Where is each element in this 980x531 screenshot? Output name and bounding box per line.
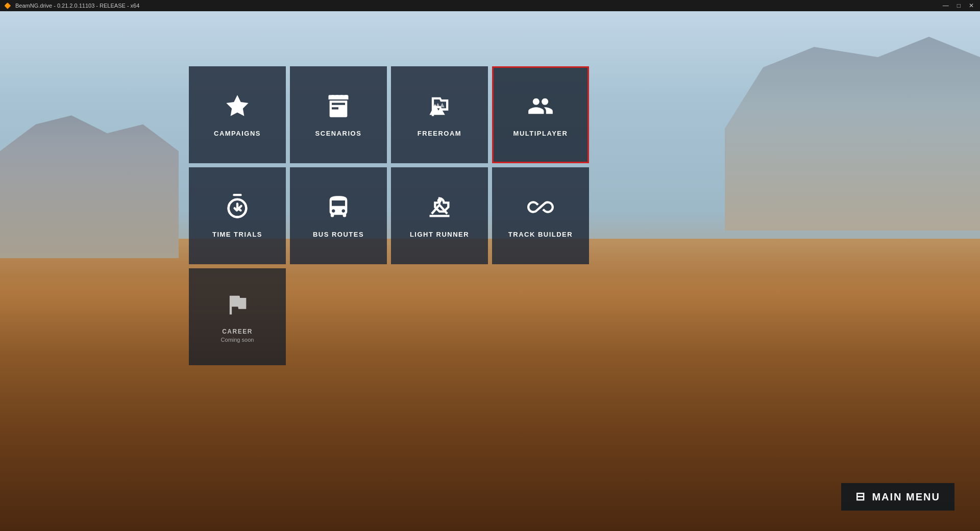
mountain-icon [426, 93, 453, 123]
career-label: Career [222, 328, 253, 335]
timetrials-label: TIME TRIALS [212, 231, 262, 238]
campaigns-label: CAMPAIGNS [214, 130, 261, 137]
menu-item-busroutes[interactable]: BUS ROUTES [290, 167, 387, 264]
menu-item-scenarios[interactable]: SCENARIOS [290, 66, 387, 163]
career-sublabel: Coming soon [221, 337, 254, 343]
window-controls: — □ ✕ [941, 2, 976, 9]
beamng-logo-icon: 🔶 [4, 3, 11, 9]
menu-item-career[interactable]: Career Coming soon [189, 268, 286, 365]
main-menu-label: MAIN MENU [872, 491, 940, 503]
menu-item-campaigns[interactable]: CAMPAIGNS [189, 66, 286, 163]
menu-item-timetrials[interactable]: TIME TRIALS [189, 167, 286, 264]
menu-grid: CAMPAIGNS SCENARIOS FREEROAM MULTIPLAYER… [189, 66, 589, 365]
maximize-button[interactable]: □ [955, 2, 963, 9]
main-menu-button[interactable]: ⊟ MAIN MENU [841, 483, 954, 511]
menu-item-trackbuilder[interactable]: TRACK BUILDER [492, 167, 589, 264]
freeroam-label: FREEROAM [418, 130, 461, 137]
titlebar: 🔶 BeamNG.drive - 0.21.2.0.11103 - RELEAS… [0, 0, 980, 11]
window-title: BeamNG.drive - 0.21.2.0.11103 - RELEASE … [15, 3, 139, 9]
menu-item-freeroam[interactable]: FREEROAM [391, 66, 488, 163]
lightrunner-label: LIGHT RUNNER [410, 231, 469, 238]
star-icon [224, 93, 251, 123]
minimize-button[interactable]: — [941, 2, 951, 9]
clapper-icon [325, 93, 352, 123]
trackbuilder-label: TRACK BUILDER [508, 231, 573, 238]
bus-icon [325, 194, 352, 224]
svg-point-2 [437, 198, 442, 203]
busroutes-label: BUS ROUTES [313, 231, 364, 238]
infinity-icon [527, 194, 554, 224]
main-menu-icon: ⊟ [855, 490, 866, 503]
multiplayer-label: MULTIPLAYER [513, 130, 568, 137]
menu-item-multiplayer[interactable]: MULTIPLAYER [492, 66, 589, 163]
lightrunner-icon [426, 194, 453, 224]
menu-item-lightrunner[interactable]: LIGHT RUNNER [391, 167, 488, 264]
scenarios-label: SCENARIOS [315, 130, 362, 137]
close-button[interactable]: ✕ [967, 2, 976, 9]
flag-icon [224, 291, 251, 322]
clock-check-icon [224, 194, 251, 224]
people-icon [527, 93, 554, 123]
